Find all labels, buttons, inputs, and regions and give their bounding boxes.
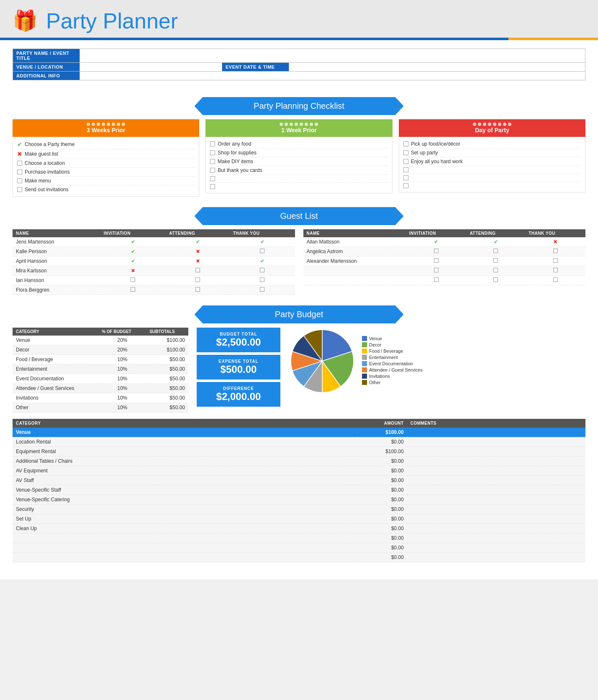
- expense-item-amount: $0.00: [357, 495, 407, 505]
- difference-value: $2,000.00: [201, 391, 276, 403]
- guest-name: Angelica Astrom: [303, 247, 406, 256]
- party-name-label: PARTY NAME / EVENT TITLE: [13, 49, 80, 63]
- table-row: Venue-Specific Catering $0.00: [13, 495, 585, 505]
- guest-inv: ✔: [100, 256, 166, 266]
- legend-color: [362, 342, 367, 347]
- checkbox-icon[interactable]: [403, 150, 408, 155]
- check-icon: ✔: [131, 249, 135, 254]
- budget-category: Venue: [13, 336, 98, 345]
- checkbox-icon[interactable]: [260, 249, 264, 253]
- dot: [478, 123, 481, 126]
- checkbox-icon[interactable]: [434, 277, 439, 282]
- checkbox-icon[interactable]: [553, 268, 558, 272]
- budget-total-box: BUDGET TOTAL $2,500.00: [197, 328, 280, 352]
- checkbox-icon[interactable]: [493, 249, 498, 253]
- checkbox-icon[interactable]: [493, 268, 498, 272]
- checkbox-icon[interactable]: [403, 183, 408, 188]
- checkbox-icon[interactable]: [210, 159, 215, 164]
- checkbox-icon[interactable]: [210, 184, 215, 189]
- guest-att: [466, 266, 525, 276]
- dot: [473, 123, 476, 126]
- guest-name: Flora Berggren: [13, 285, 100, 295]
- list-item: Enjoy all you hard work: [403, 157, 581, 166]
- col-ty: THANK YOU: [230, 229, 295, 237]
- guest-inv: [406, 266, 467, 276]
- checkbox-icon[interactable]: [434, 268, 439, 272]
- col-inv: INVITIATION: [100, 229, 166, 237]
- checkbox-icon[interactable]: [210, 168, 215, 173]
- info-section: PARTY NAME / EVENT TITLE VENUE / LOCATIO…: [0, 40, 598, 89]
- legend-item: Decor: [362, 342, 423, 347]
- guest-ty: [525, 247, 585, 256]
- checklist-dots-day: [404, 123, 580, 126]
- table-row: AV Equipment $0.00: [13, 466, 585, 476]
- expense-item-name: Equipment Rental: [13, 447, 357, 456]
- list-item: Make DIY items: [210, 157, 388, 166]
- checkbox-icon[interactable]: [493, 258, 498, 263]
- expense-detail: CATEGORY AMOUNT COMMENTS Venue $100.00 L…: [13, 419, 585, 562]
- venue-value[interactable]: [80, 63, 222, 72]
- checkbox-icon[interactable]: [210, 150, 215, 155]
- event-date-value[interactable]: [289, 63, 585, 72]
- check-icon: ✔: [434, 239, 438, 245]
- table-row: Additional Tables / Chairs $0.00: [13, 456, 585, 466]
- table-row: AV Staff $0.00: [13, 476, 585, 485]
- guest-table-left-container: NAME INVITIATION ATTENDING THANK YOU Jen…: [13, 229, 295, 295]
- additional-value[interactable]: [80, 72, 585, 80]
- checkbox-icon[interactable]: [131, 277, 135, 282]
- expense-item-amount: $100.00: [357, 447, 407, 456]
- checkbox-icon[interactable]: [260, 277, 264, 282]
- checkbox-icon[interactable]: [403, 159, 408, 164]
- checkbox-icon[interactable]: [260, 268, 264, 272]
- checkbox-icon[interactable]: [210, 176, 215, 181]
- guest-att: [166, 285, 229, 295]
- checkbox-icon[interactable]: [195, 287, 200, 292]
- party-name-value[interactable]: [80, 49, 585, 63]
- expense-item-comments: [407, 514, 585, 524]
- guest-ty: ✔: [230, 256, 295, 266]
- x-icon: ✖: [17, 151, 22, 157]
- checkbox-icon[interactable]: [17, 187, 22, 192]
- dot: [102, 123, 105, 126]
- checkbox-icon[interactable]: [195, 268, 200, 272]
- expense-item-amount: $0.00: [357, 514, 407, 524]
- table-row: Clean Up $0.00: [13, 524, 585, 533]
- checkbox-icon[interactable]: [553, 277, 558, 282]
- budget-pct: 10%: [98, 355, 146, 364]
- checkbox-icon[interactable]: [210, 141, 215, 146]
- col-ty: THANK YOU: [525, 229, 585, 237]
- checkbox-icon[interactable]: [17, 161, 22, 166]
- legend-color: [362, 336, 367, 341]
- checkbox-icon[interactable]: [403, 141, 408, 146]
- expense-item-amount: $0.00: [357, 466, 407, 476]
- checkbox-icon[interactable]: [493, 277, 498, 282]
- checkbox-icon[interactable]: [17, 169, 22, 174]
- expense-category-row: Venue $100.00: [13, 428, 585, 437]
- checkbox-icon[interactable]: [403, 175, 408, 180]
- guest-ty: [525, 276, 585, 285]
- dot: [87, 123, 90, 126]
- checkbox-icon[interactable]: [195, 277, 200, 282]
- expense-cat-comments: [407, 428, 585, 437]
- budget-pct: 10%: [98, 374, 146, 384]
- expense-item-name: Security: [13, 505, 357, 514]
- x-icon: ✖: [553, 239, 557, 245]
- expense-item-comments: [407, 533, 585, 543]
- checkbox-icon[interactable]: [553, 249, 558, 253]
- guest-name: April Hansson: [13, 256, 100, 266]
- expense-item-amount: $0.00: [357, 543, 407, 553]
- guest-ty: ✔: [230, 237, 295, 247]
- table-row: Equipment Rental $100.00: [13, 447, 585, 456]
- checkbox-icon[interactable]: [434, 249, 439, 253]
- checkbox-icon[interactable]: [131, 287, 135, 292]
- budget-col-category: CATEGORY: [13, 328, 98, 336]
- checkbox-icon[interactable]: [403, 167, 408, 172]
- expense-item-name: Location Rental: [13, 437, 357, 447]
- list-item: ✔Choose a Party theme: [17, 140, 195, 149]
- checkbox-icon[interactable]: [434, 258, 439, 263]
- expense-item-comments: [407, 495, 585, 505]
- checkbox-icon[interactable]: [17, 178, 22, 183]
- budget-subtotal: $50.00: [146, 355, 188, 364]
- checkbox-icon[interactable]: [260, 287, 264, 292]
- checkbox-icon[interactable]: [553, 258, 558, 263]
